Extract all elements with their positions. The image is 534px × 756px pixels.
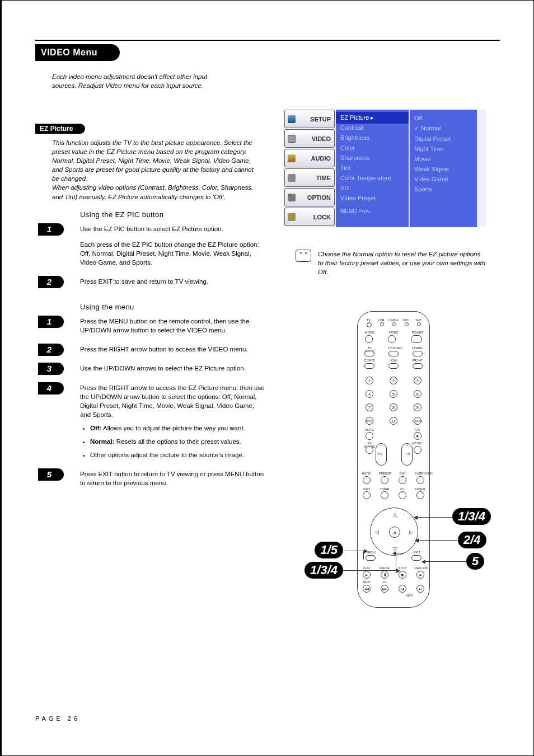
menu-step-5: 5 Press EXIT button to return to TV view…	[80, 469, 265, 487]
page-number: PAGE 26	[35, 715, 80, 722]
tip-icon: ° °⌣	[296, 250, 311, 262]
callout-down: 1/3/4	[305, 562, 343, 579]
osd-tab-audio: AUDIO	[284, 149, 335, 167]
ez-pic-button	[414, 446, 421, 454]
mute-button	[366, 432, 373, 440]
using-button-heading: Using the EZ PIC button	[80, 210, 259, 219]
section-title: VIDEO Menu	[35, 44, 120, 61]
step-number: 2	[38, 276, 64, 288]
osd-tab-lock: LOCK	[284, 208, 335, 226]
play-button: ▸	[363, 571, 371, 579]
enter-button: ◉	[389, 527, 400, 538]
button-step-2: 2 Press EXIT to save and return to TV vi…	[80, 277, 265, 286]
osd-tab-video: VIDEO	[284, 129, 335, 148]
step-number: 1	[38, 223, 64, 236]
using-menu-heading: Using the menu	[80, 303, 259, 311]
skip-fwd-button: ▸ı	[416, 585, 424, 593]
ez-sound-button	[366, 446, 373, 454]
fav-button: ★	[414, 432, 421, 440]
dpad: ◉ △ ▽ ◁ ▷	[370, 508, 418, 556]
remote-body: TV VCR CABLE DVD SAT MODE INDEX POWER	[357, 311, 430, 608]
button-step-1: 1 Use the EZ PIC button to select EZ Pic…	[80, 224, 265, 267]
callout-right: 2/4	[458, 532, 486, 548]
intro-text: Each video menu adjustment doesn't effec…	[52, 72, 231, 90]
exit-label: EXIT	[414, 551, 420, 554]
callout-exit: 5	[466, 553, 484, 570]
ez-picture-desc: This function adjusts the TV to the best…	[52, 138, 254, 201]
osd-ezpicture-options: Off Normal Digital Preset Night Time Mov…	[410, 110, 477, 227]
right-arrow: ▷	[409, 529, 413, 535]
menu-step-4: 4 Press the RIGHT arrow to access the EZ…	[80, 383, 265, 460]
menu-button	[366, 555, 376, 561]
skip-back-button: ı◂	[399, 585, 406, 593]
osd-tab-option: OPTION	[284, 188, 335, 206]
up-arrow: △	[393, 511, 397, 517]
tip-note: ° °⌣ Choose the Normal option to reset t…	[318, 250, 486, 276]
left-column: EZ Picture This function adjusts the TV …	[35, 124, 259, 497]
ff-button: ▸▸	[381, 585, 388, 593]
ez-picture-heading: EZ Picture	[35, 124, 85, 134]
osd-screenshot: SETUP VIDEO AUDIO TIME OPTION LOCK EZ Pi…	[284, 110, 486, 227]
osd-video-options: EZ Picture Contrast Brightness Color Sha…	[336, 110, 409, 227]
exit-button	[411, 555, 421, 561]
callout-up: 1/3/4	[452, 508, 491, 525]
page: VIDEO Menu Each video menu adjustment do…	[0, 0, 534, 756]
callout-menu: 1/5	[315, 542, 343, 558]
menu-label: MENU	[367, 551, 376, 554]
left-arrow: ◁	[375, 529, 379, 535]
record-button: ●	[416, 571, 424, 579]
osd-tab-setup: SETUP	[284, 110, 335, 128]
menu-step-3: 3 Use the UP/DOWN arrows to select the E…	[80, 364, 265, 373]
remote-diagram: TV VCR CABLE DVD SAT MODE INDEX POWER	[357, 311, 441, 613]
osd-tab-time: TIME	[284, 168, 335, 187]
power-button	[411, 335, 422, 343]
rew-button: ◂◂	[363, 585, 371, 593]
pause-button: ⏸	[381, 571, 388, 579]
menu-step-2: 2 Press the RIGHT arrow button to access…	[80, 345, 265, 354]
index-button	[388, 335, 396, 343]
mode-button	[365, 335, 373, 343]
menu-step-1: 1 Press the MENU button on the remote co…	[80, 317, 265, 335]
